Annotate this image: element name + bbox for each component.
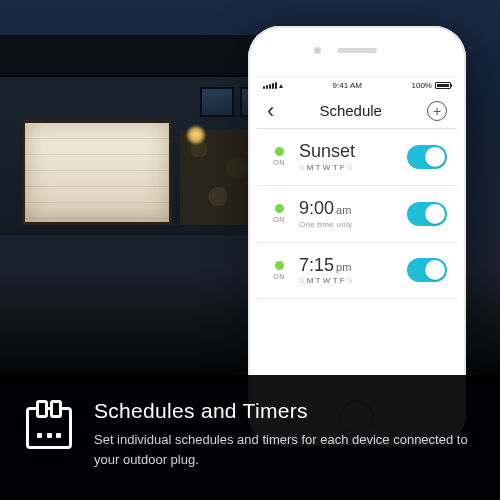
back-button[interactable]: ‹ (267, 98, 274, 124)
row-info: 7:15pmSMTWTFS (295, 256, 407, 286)
status-time: 9:41 AM (333, 81, 362, 90)
status-indicator: ON (263, 204, 295, 223)
on-label: ON (263, 273, 295, 280)
on-label: ON (263, 159, 295, 166)
battery-percent: 100% (412, 81, 432, 90)
toggle-switch[interactable] (407, 258, 447, 282)
phone-speaker (337, 48, 377, 53)
caption-desc: Set individual schedules and timers for … (94, 430, 474, 469)
row-info: 9:00amOne time only (295, 199, 407, 229)
nav-bar: ‹ Schedule + (257, 93, 457, 129)
phone-screen: ▴ 9:41 AM 100% ‹ Schedule + ONSunsetSMTW… (257, 76, 457, 391)
status-bar: ▴ 9:41 AM 100% (257, 77, 457, 93)
signal-icon (263, 82, 277, 89)
row-title: 7:15pm (299, 256, 407, 276)
caption-title: Schedules and Timers (94, 399, 474, 423)
caption-bar: Schedules and Timers Set individual sche… (0, 375, 500, 500)
toggle-switch[interactable] (407, 202, 447, 226)
battery-icon (435, 82, 451, 89)
add-button[interactable]: + (427, 101, 447, 121)
schedule-row[interactable]: ON9:00amOne time only (257, 186, 457, 243)
schedule-row[interactable]: ON7:15pmSMTWTFS (257, 243, 457, 300)
wifi-icon: ▴ (279, 81, 283, 90)
toggle-switch[interactable] (407, 145, 447, 169)
row-subtitle: One time only (299, 220, 407, 229)
row-info: SunsetSMTWTFS (295, 142, 407, 172)
calendar-icon (26, 407, 72, 449)
schedule-row[interactable]: ONSunsetSMTWTFS (257, 129, 457, 186)
row-title: 9:00am (299, 199, 407, 219)
row-subtitle: SMTWTFS (299, 276, 407, 285)
row-subtitle: SMTWTFS (299, 163, 407, 172)
status-indicator: ON (263, 147, 295, 166)
schedule-list: ONSunsetSMTWTFSON9:00amOne time onlyON7:… (257, 129, 457, 299)
row-title: Sunset (299, 142, 407, 162)
house-graphic (0, 35, 280, 235)
status-indicator: ON (263, 261, 295, 280)
phone-camera (314, 47, 321, 54)
page-title: Schedule (319, 102, 382, 119)
on-label: ON (263, 216, 295, 223)
